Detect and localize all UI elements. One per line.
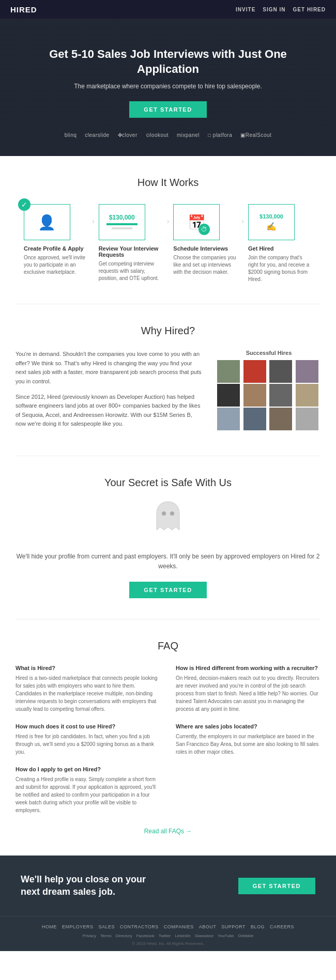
- step-1-img: ✓ 👤: [24, 204, 70, 240]
- why-hired-section: Why Hired? You're in demand. Shouldn't t…: [0, 304, 336, 456]
- ghost-icon: [16, 499, 320, 541]
- photo-3: [269, 360, 292, 383]
- footer-link-about[interactable]: ABOUT: [199, 924, 217, 929]
- hero-section: Get 5-10 Sales Job Interviews with Just …: [0, 19, 336, 156]
- faq-a-4: Currently, the employers in our marketpl…: [176, 733, 320, 756]
- profile-icon: 👤: [38, 214, 56, 231]
- successful-hires-title: Successful Hires: [217, 350, 320, 356]
- why-para-1: You're in demand. Shouldn't the companie…: [16, 350, 202, 386]
- faq-grid: What is Hired? Hired is a two-sided mark…: [16, 665, 320, 814]
- footer-twitter[interactable]: Twitter: [159, 934, 171, 938]
- step-2-title: Review Your Interview Requests: [99, 245, 163, 258]
- cta-footer: We'll help you close on your next dream …: [0, 855, 336, 916]
- faq-section: FAQ What is Hired? Hired is a two-sided …: [0, 619, 336, 855]
- footer: HOME EMPLOYERS SALES CONTRACTORS COMPANI…: [0, 916, 336, 951]
- nav-signin[interactable]: SIGN IN: [263, 7, 285, 12]
- photo-10: [243, 408, 266, 430]
- salary-badge: $130,000: [106, 214, 138, 221]
- steps-container: ✓ 👤 Create Profile & Apply Once approved…: [16, 204, 320, 283]
- hero-subtitle: The marketplace where companies compete …: [21, 83, 315, 90]
- how-it-works-title: How It Works: [16, 177, 320, 189]
- step-4-content: $130,000 ✍: [257, 211, 285, 234]
- step-3-desc: Choose the companies you like and set up…: [173, 254, 237, 276]
- footer-link-contractors[interactable]: CONTRACTORS: [120, 924, 159, 929]
- step-4-title: Get Hired: [248, 245, 312, 252]
- footer-link-blog[interactable]: BLOG: [251, 924, 265, 929]
- step-2-desc: Get competing interview requests with sa…: [99, 260, 163, 282]
- step-1: ✓ 👤 Create Profile & Apply Once approved…: [20, 204, 92, 276]
- footer-directory[interactable]: Directory: [116, 934, 132, 938]
- footer-linkedin[interactable]: LinkedIn: [175, 934, 190, 938]
- faq-item-3: How much does it cost to use Hired? Hire…: [16, 723, 160, 756]
- read-all-link[interactable]: Read all FAQs →: [144, 828, 192, 835]
- cta-footer-button[interactable]: GET STARTED: [238, 878, 315, 894]
- footer-link-employers[interactable]: EMPLOYERS: [62, 924, 94, 929]
- salary-bar2: [112, 227, 132, 229]
- step-1-title: Create Profile & Apply: [24, 245, 88, 252]
- successful-hires-block: Successful Hires: [217, 350, 320, 430]
- step-2-wrapper: $130,000 Review Your Interview Requests …: [95, 204, 170, 282]
- faq-q-1: What is Hired?: [16, 665, 160, 671]
- footer-privacy[interactable]: Privacy: [83, 934, 96, 938]
- nav-invite[interactable]: INVITE: [236, 7, 255, 12]
- step-1-desc: Once approved, we'll invite you to parti…: [24, 254, 88, 276]
- footer-terms[interactable]: Terms: [100, 934, 112, 938]
- footer-facebook[interactable]: Facebook: [136, 934, 155, 938]
- faq-item-4: Where are sales jobs located? Currently,…: [176, 723, 320, 756]
- footer-link-home[interactable]: HOME: [42, 924, 57, 929]
- faq-a-3: Hired is free for job candidates. In fac…: [16, 733, 160, 756]
- photo-9: [217, 408, 240, 430]
- step-4-salary: $130,000: [259, 213, 283, 220]
- step-3-content: 📅 ⏱: [188, 214, 206, 231]
- footer-link-support[interactable]: SUPPORT: [221, 924, 246, 929]
- clock-badge: ⏱: [198, 224, 210, 235]
- signature-icon: ✍: [259, 222, 283, 231]
- secret-cta-button[interactable]: GET STARTED: [129, 582, 206, 598]
- photo-8: [296, 384, 318, 407]
- nav-get-hired[interactable]: GET HIRED: [293, 7, 326, 12]
- step-1-wrapper: ✓ 👤 Create Profile & Apply Once approved…: [20, 204, 95, 276]
- photo-5: [217, 384, 240, 407]
- footer-dribbble[interactable]: Dribbble: [238, 934, 254, 938]
- faq-a-5: Creating a Hired profile is easy. Simply…: [16, 775, 160, 814]
- svg-point-0: [162, 511, 166, 516]
- cta-footer-text: We'll help you close on your next dream …: [21, 874, 150, 898]
- footer-links: HOME EMPLOYERS SALES CONTRACTORS COMPANI…: [10, 924, 326, 929]
- step-1-check: ✓: [18, 198, 30, 211]
- nav-links: INVITE SIGN IN GET HIRED: [236, 7, 326, 12]
- step-4-img: $130,000 ✍: [248, 204, 295, 240]
- step-3-img: 📅 ⏱: [173, 204, 220, 240]
- step-2-content: $130,000: [106, 214, 138, 230]
- step-4: $130,000 ✍ Get Hired Join the company th…: [244, 204, 316, 283]
- hero-cta-button[interactable]: GET STARTED: [129, 101, 206, 118]
- step-3: 📅 ⏱ Schedule Interviews Choose the compa…: [169, 204, 241, 276]
- photo-1: [217, 360, 240, 383]
- photo-7: [269, 384, 292, 407]
- faq-item-1: What is Hired? Hired is a two-sided mark…: [16, 665, 160, 713]
- footer-youtube[interactable]: YouTube: [218, 934, 234, 938]
- faq-a-2: On Hired, decision-makers reach out to y…: [176, 674, 320, 713]
- step-2-img: $130,000: [99, 204, 145, 240]
- navbar: HIRED INVITE SIGN IN GET HIRED: [0, 0, 336, 19]
- faq-q-2: How is Hired different from working with…: [176, 665, 320, 671]
- photo-12: [296, 408, 318, 430]
- footer-link-companies[interactable]: COMPANIES: [164, 924, 194, 929]
- logo-mixpanel: mixpanel: [177, 132, 200, 138]
- faq-a-1: Hired is a two-sided marketplace that co…: [16, 674, 160, 713]
- secret-title: Your Secret is Safe With Us: [16, 477, 320, 489]
- faq-title: FAQ: [16, 640, 320, 652]
- why-para-2: Since 2012, Hired (previously known as D…: [16, 393, 202, 429]
- hero-title: Get 5-10 Sales Job Interviews with Just …: [39, 47, 297, 76]
- faq-q-4: Where are sales jobs located?: [176, 723, 320, 729]
- photo-11: [269, 408, 292, 430]
- footer-link-sales[interactable]: SALES: [98, 924, 115, 929]
- footer-glassdoor[interactable]: Glassdoor: [195, 934, 213, 938]
- why-text-block: You're in demand. Shouldn't the companie…: [16, 350, 202, 435]
- brand-logo: HIRED: [10, 5, 37, 14]
- faq-item-2: How is Hired different from working with…: [176, 665, 320, 713]
- logo-clearslide: clearslide: [85, 132, 109, 138]
- why-hired-title: Why Hired?: [16, 325, 320, 337]
- footer-link-careers[interactable]: CAREERS: [270, 924, 294, 929]
- faq-item-5: How do I apply to get on Hired? Creating…: [16, 766, 160, 814]
- step-3-title: Schedule Interviews: [173, 245, 237, 252]
